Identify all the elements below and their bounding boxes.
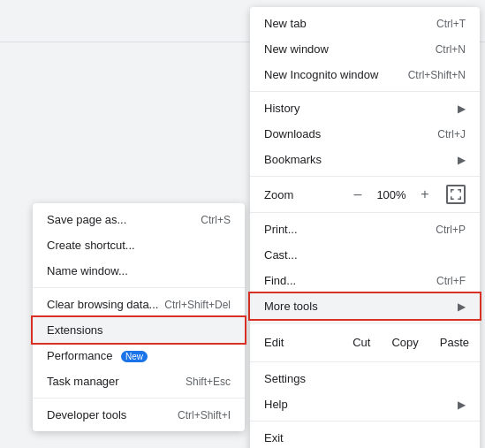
divider-6 [250, 421, 480, 421]
menu-item-new-window[interactable]: New window Ctrl+N [250, 36, 480, 62]
new-badge: New [121, 351, 148, 362]
menu-item-find[interactable]: Find... Ctrl+F [250, 268, 480, 293]
sub-divider-2 [33, 398, 245, 399]
menu-item-more-tools[interactable]: More tools ▶ [250, 293, 480, 319]
menu-item-help[interactable]: Help ▶ [250, 391, 480, 417]
divider-5 [250, 361, 480, 362]
sub-divider-1 [33, 287, 245, 288]
sub-menu-item-developer-tools[interactable]: Developer tools Ctrl+Shift+I [33, 402, 245, 428]
menu-item-history[interactable]: History ▶ [250, 95, 480, 121]
copy-button[interactable]: Copy [381, 330, 428, 354]
divider-2 [250, 176, 480, 177]
edit-row: Edit Cut Copy Paste [250, 327, 480, 358]
zoom-fullscreen-button[interactable] [446, 185, 466, 204]
paste-button[interactable]: Paste [429, 330, 480, 354]
menu-item-bookmarks[interactable]: Bookmarks ▶ [250, 147, 480, 172]
menu-item-cast[interactable]: Cast... [250, 242, 480, 268]
menu-item-new-incognito[interactable]: New Incognito window Ctrl+Shift+N [250, 62, 480, 87]
divider-4 [250, 323, 480, 323]
divider-1 [250, 91, 480, 92]
sub-menu-item-create-shortcut[interactable]: Create shortcut... [33, 232, 245, 258]
zoom-row: Zoom – 100% + [250, 180, 480, 209]
menu-item-settings[interactable]: Settings [250, 366, 480, 391]
sub-menu-item-task-manager[interactable]: Task manager Shift+Esc [33, 368, 245, 394]
sub-menu-item-extensions[interactable]: Extensions [33, 317, 245, 343]
zoom-value: 100% [375, 188, 407, 201]
menu-item-print[interactable]: Print... Ctrl+P [250, 216, 480, 242]
sub-menu-more-tools: Save page as... Ctrl+S Create shortcut..… [33, 203, 245, 431]
menu-item-downloads[interactable]: Downloads Ctrl+J [250, 121, 480, 147]
menu-item-exit[interactable]: Exit [250, 425, 480, 448]
sub-menu-item-clear-browsing[interactable]: Clear browsing data... Ctrl+Shift+Del [33, 292, 245, 317]
main-menu: New tab Ctrl+T New window Ctrl+N New Inc… [250, 7, 480, 448]
zoom-minus-button[interactable]: – [347, 184, 368, 205]
sub-menu-item-name-window[interactable]: Name window... [33, 258, 245, 284]
divider-3 [250, 212, 480, 213]
sub-menu-item-save-page[interactable]: Save page as... Ctrl+S [33, 207, 245, 232]
zoom-plus-button[interactable]: + [414, 184, 436, 205]
cut-button[interactable]: Cut [342, 330, 381, 354]
sub-menu-item-performance[interactable]: Performance New [33, 343, 245, 368]
menu-item-new-tab[interactable]: New tab Ctrl+T [250, 11, 480, 36]
